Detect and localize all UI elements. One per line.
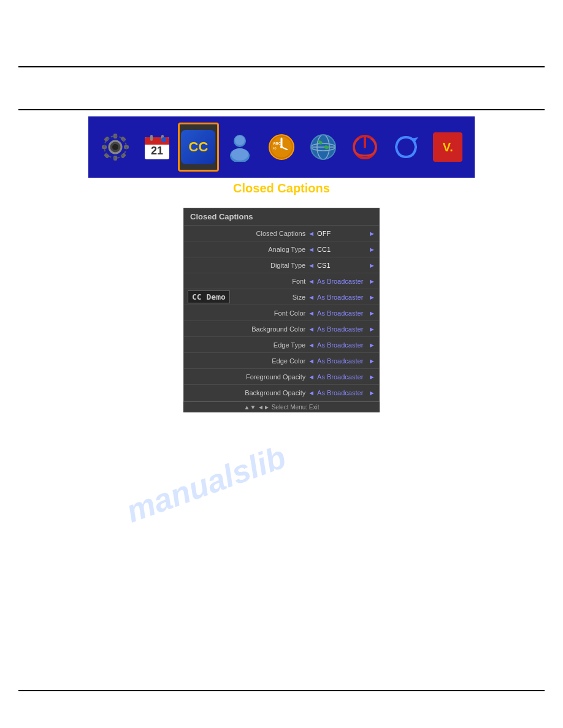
arrow-right-size: ► bbox=[369, 294, 375, 301]
nav-icon-settings[interactable] bbox=[94, 123, 136, 172]
menu-label-closed-captions: Closed Captions bbox=[188, 230, 308, 237]
arrow-left-foreground-opacity: ◄ bbox=[308, 373, 315, 381]
menu-label-background-opacity: Background Opacity bbox=[188, 389, 308, 396]
arrow-left-font-color: ◄ bbox=[308, 309, 315, 317]
arrow-right-edge-color: ► bbox=[369, 357, 375, 365]
menu-value-edge-color: As Broadcaster bbox=[317, 357, 366, 365]
second-rule bbox=[18, 109, 545, 110]
menu-value-size: As Broadcaster bbox=[317, 294, 366, 301]
nav-title: Closed Captions bbox=[88, 181, 475, 195]
arrow-left-edge-color: ◄ bbox=[308, 357, 315, 365]
menu-row-foreground-opacity[interactable]: Foreground Opacity ◄ As Broadcaster ► bbox=[184, 369, 379, 385]
arrow-left-background-color: ◄ bbox=[308, 325, 315, 333]
menu-value-background-color: As Broadcaster bbox=[317, 325, 366, 333]
arrow-right-digital-type: ► bbox=[369, 262, 375, 269]
menu-label-font-color: Font Color bbox=[188, 309, 308, 317]
arrow-right-closed-captions: ► bbox=[369, 230, 375, 237]
watermark: manualslib bbox=[121, 438, 291, 529]
menu-value-edge-type: As Broadcaster bbox=[317, 341, 366, 349]
calendar-icon: 21 bbox=[142, 132, 172, 162]
svg-rect-9 bbox=[120, 153, 126, 159]
menu-row-background-color[interactable]: Background Color ◄ As Broadcaster ► bbox=[184, 321, 379, 337]
menu-row-closed-captions[interactable]: Closed Captions ◄ OFF ► bbox=[184, 226, 379, 241]
menu-row-digital-type[interactable]: Digital Type ◄ CS1 ► bbox=[184, 257, 379, 273]
menu-value-foreground-opacity: As Broadcaster bbox=[317, 373, 366, 381]
nav-icon-clock[interactable]: ABC 40 bbox=[261, 123, 302, 172]
svg-text:40: 40 bbox=[273, 146, 277, 150]
menu-value-analog-type: CC1 bbox=[317, 246, 366, 253]
menu-row-size[interactable]: CC Demo Size ◄ As Broadcaster ► bbox=[184, 289, 379, 305]
arrow-left-font: ◄ bbox=[308, 278, 315, 285]
nav-icon-refresh[interactable] bbox=[385, 123, 427, 172]
arrow-left-closed-captions: ◄ bbox=[308, 230, 315, 237]
menu-panel-title: Closed Captions bbox=[184, 208, 379, 226]
menu-label-background-color: Background Color bbox=[188, 325, 308, 333]
svg-point-1 bbox=[112, 144, 118, 150]
bottom-rule bbox=[18, 690, 545, 691]
svg-point-20 bbox=[235, 135, 245, 145]
nav-icon-power[interactable] bbox=[344, 123, 386, 172]
nav-icon-vchip[interactable]: V. bbox=[427, 123, 469, 172]
menu-row-analog-type[interactable]: Analog Type ◄ CC1 ► bbox=[184, 241, 379, 257]
menu-row-font[interactable]: Font ◄ As Broadcaster ► bbox=[184, 273, 379, 289]
menu-hint: ▲▼ ◄► Select Menu: Exit bbox=[183, 401, 380, 412]
arrow-right-foreground-opacity: ► bbox=[369, 373, 375, 381]
svg-rect-6 bbox=[104, 136, 110, 142]
nav-icon-globe[interactable] bbox=[302, 123, 344, 172]
menu-row-font-color[interactable]: Font Color ◄ As Broadcaster ► bbox=[184, 305, 379, 321]
main-content: 21 CC bbox=[86, 116, 477, 412]
arrow-left-size: ◄ bbox=[308, 294, 315, 301]
menu-label-digital-type: Digital Type bbox=[188, 262, 308, 269]
menu-row-edge-color[interactable]: Edge Color ◄ As Broadcaster ► bbox=[184, 353, 379, 369]
arrow-left-edge-type: ◄ bbox=[308, 341, 315, 349]
menu-label-edge-type: Edge Type bbox=[188, 341, 308, 349]
nav-bar: 21 CC bbox=[88, 116, 475, 178]
menu-label-analog-type: Analog Type bbox=[188, 246, 308, 253]
menu-label-edge-color: Edge Color bbox=[188, 357, 308, 365]
svg-rect-15 bbox=[150, 135, 153, 141]
svg-text:ABC: ABC bbox=[273, 142, 282, 145]
vchip-icon: V. bbox=[433, 132, 462, 162]
nav-icon-cc[interactable]: CC bbox=[178, 123, 220, 172]
globe-icon bbox=[308, 132, 338, 162]
arrow-right-analog-type: ► bbox=[369, 246, 375, 253]
arrow-left-background-opacity: ◄ bbox=[308, 389, 315, 396]
menu-value-digital-type: CS1 bbox=[317, 262, 366, 269]
svg-point-26 bbox=[280, 146, 283, 148]
menu-label-foreground-opacity: Foreground Opacity bbox=[188, 373, 308, 381]
menu-value-closed-captions: OFF bbox=[317, 230, 366, 237]
nav-icon-person[interactable] bbox=[219, 123, 261, 172]
menu-label-font: Font bbox=[188, 278, 308, 285]
person-icon bbox=[225, 132, 255, 162]
refresh-icon bbox=[391, 132, 421, 162]
nav-icon-calendar[interactable]: 21 bbox=[136, 123, 178, 172]
svg-text:21: 21 bbox=[151, 145, 163, 157]
menu-value-font-color: As Broadcaster bbox=[317, 309, 366, 317]
arrow-right-font-color: ► bbox=[369, 309, 375, 317]
arrow-left-analog-type: ◄ bbox=[308, 246, 315, 253]
arrow-right-background-opacity: ► bbox=[369, 389, 375, 396]
svg-point-21 bbox=[231, 148, 248, 161]
arrow-right-edge-type: ► bbox=[369, 341, 375, 349]
menu-panel: Closed Captions Closed Captions ◄ OFF ► … bbox=[183, 208, 380, 401]
cc-demo-box: CC Demo bbox=[188, 290, 230, 303]
arrow-right-background-color: ► bbox=[369, 325, 375, 333]
top-rule bbox=[18, 66, 545, 67]
gear-icon bbox=[101, 132, 130, 162]
menu-row-background-opacity[interactable]: Background Opacity ◄ As Broadcaster ► bbox=[184, 385, 379, 401]
arrow-left-digital-type: ◄ bbox=[308, 262, 315, 269]
power-icon bbox=[350, 132, 380, 162]
arrow-right-font: ► bbox=[369, 278, 375, 285]
menu-value-font: As Broadcaster bbox=[317, 278, 366, 285]
menu-row-edge-type[interactable]: Edge Type ◄ As Broadcaster ► bbox=[184, 337, 379, 353]
svg-point-17 bbox=[161, 137, 166, 142]
clock-icon: ABC 40 bbox=[267, 132, 296, 162]
cc-icon: CC bbox=[181, 130, 215, 164]
menu-value-background-opacity: As Broadcaster bbox=[317, 389, 366, 396]
